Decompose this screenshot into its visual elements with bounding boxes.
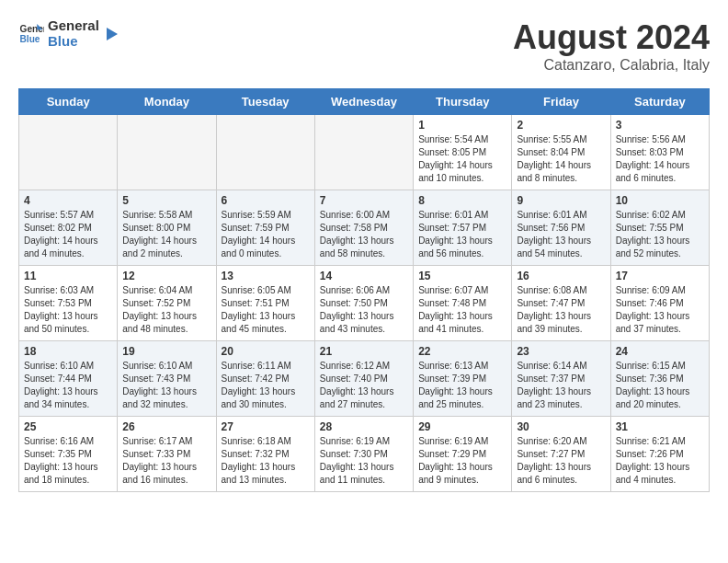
day-number: 5 [122, 194, 210, 207]
day-cell-8: 8Sunrise: 6:01 AMSunset: 7:57 PMDaylight… [414, 190, 512, 266]
day-info: Sunrise: 6:14 AMSunset: 7:37 PMDaylight:… [517, 360, 605, 411]
day-cell-3: 3Sunrise: 5:56 AMSunset: 8:03 PMDaylight… [610, 115, 709, 190]
day-cell-empty [216, 115, 314, 190]
day-number: 17 [616, 270, 704, 282]
day-number: 23 [517, 345, 605, 358]
days-header-row: Sunday Monday Tuesday Wednesday Thursday… [19, 89, 710, 115]
day-number: 22 [418, 345, 506, 358]
day-info: Sunrise: 5:57 AMSunset: 8:02 PMDaylight:… [24, 209, 112, 260]
day-number: 2 [517, 119, 605, 132]
day-cell-11: 11Sunrise: 6:03 AMSunset: 7:53 PMDayligh… [19, 266, 118, 341]
day-cell-16: 16Sunrise: 6:08 AMSunset: 7:47 PMDayligh… [512, 266, 610, 341]
day-info: Sunrise: 6:13 AMSunset: 7:39 PMDaylight:… [418, 360, 506, 411]
day-number: 25 [24, 420, 112, 433]
day-info: Sunrise: 6:18 AMSunset: 7:32 PMDaylight:… [222, 435, 310, 487]
day-cell-empty [314, 115, 413, 190]
day-number: 9 [517, 194, 605, 207]
location-subtitle: Catanzaro, Calabria, Italy [513, 57, 710, 74]
day-info: Sunrise: 5:56 AMSunset: 8:03 PMDaylight:… [616, 133, 704, 185]
day-cell-19: 19Sunrise: 6:10 AMSunset: 7:43 PMDayligh… [118, 341, 216, 417]
day-info: Sunrise: 6:03 AMSunset: 7:53 PMDaylight:… [24, 284, 112, 336]
day-cell-25: 25Sunrise: 6:16 AMSunset: 7:35 PMDayligh… [19, 417, 118, 492]
header-tuesday: Tuesday [216, 89, 314, 115]
day-info: Sunrise: 5:58 AMSunset: 8:00 PMDaylight:… [122, 209, 210, 260]
week-row-2: 4Sunrise: 5:57 AMSunset: 8:02 PMDaylight… [19, 190, 710, 266]
day-info: Sunrise: 6:21 AMSunset: 7:26 PMDaylight:… [616, 435, 704, 487]
day-info: Sunrise: 5:59 AMSunset: 7:59 PMDaylight:… [222, 209, 310, 260]
day-info: Sunrise: 6:15 AMSunset: 7:36 PMDaylight:… [616, 360, 704, 411]
svg-marker-3 [107, 28, 118, 40]
day-cell-18: 18Sunrise: 6:10 AMSunset: 7:44 PMDayligh… [19, 341, 118, 417]
day-number: 14 [320, 270, 408, 282]
header-sunday: Sunday [19, 89, 118, 115]
day-cell-6: 6Sunrise: 5:59 AMSunset: 7:59 PMDaylight… [216, 190, 314, 266]
day-number: 13 [222, 270, 310, 282]
day-cell-30: 30Sunrise: 6:20 AMSunset: 7:27 PMDayligh… [512, 417, 610, 492]
day-info: Sunrise: 6:19 AMSunset: 7:29 PMDaylight:… [418, 435, 506, 487]
day-number: 27 [222, 420, 310, 433]
day-info: Sunrise: 6:00 AMSunset: 7:58 PMDaylight:… [320, 209, 408, 260]
day-info: Sunrise: 6:16 AMSunset: 7:35 PMDaylight:… [24, 435, 112, 487]
day-info: Sunrise: 6:12 AMSunset: 7:40 PMDaylight:… [320, 360, 408, 411]
day-cell-27: 27Sunrise: 6:18 AMSunset: 7:32 PMDayligh… [216, 417, 314, 492]
day-cell-24: 24Sunrise: 6:15 AMSunset: 7:36 PMDayligh… [610, 341, 709, 417]
week-row-3: 11Sunrise: 6:03 AMSunset: 7:53 PMDayligh… [19, 266, 710, 341]
day-cell-empty [19, 115, 118, 190]
header-saturday: Saturday [610, 89, 709, 115]
svg-text:Blue: Blue [20, 34, 40, 44]
header-thursday: Thursday [414, 89, 512, 115]
day-cell-22: 22Sunrise: 6:13 AMSunset: 7:39 PMDayligh… [414, 341, 512, 417]
day-number: 1 [418, 119, 506, 132]
day-number: 29 [418, 420, 506, 433]
day-info: Sunrise: 6:20 AMSunset: 7:27 PMDaylight:… [517, 435, 605, 487]
day-number: 11 [24, 270, 112, 282]
day-cell-2: 2Sunrise: 5:55 AMSunset: 8:04 PMDaylight… [512, 115, 610, 190]
logo-blue-text: Blue [48, 34, 99, 50]
day-number: 8 [418, 194, 506, 207]
day-cell-12: 12Sunrise: 6:04 AMSunset: 7:52 PMDayligh… [118, 266, 216, 341]
day-info: Sunrise: 6:10 AMSunset: 7:44 PMDaylight:… [24, 360, 112, 411]
day-cell-15: 15Sunrise: 6:07 AMSunset: 7:48 PMDayligh… [414, 266, 512, 341]
day-cell-10: 10Sunrise: 6:02 AMSunset: 7:55 PMDayligh… [610, 190, 709, 266]
day-number: 20 [222, 345, 310, 358]
day-cell-empty [118, 115, 216, 190]
week-row-4: 18Sunrise: 6:10 AMSunset: 7:44 PMDayligh… [19, 341, 710, 417]
day-number: 24 [616, 345, 704, 358]
day-number: 12 [122, 270, 210, 282]
day-info: Sunrise: 6:07 AMSunset: 7:48 PMDaylight:… [418, 284, 506, 336]
day-number: 21 [320, 345, 408, 358]
day-cell-17: 17Sunrise: 6:09 AMSunset: 7:46 PMDayligh… [610, 266, 709, 341]
day-cell-13: 13Sunrise: 6:05 AMSunset: 7:51 PMDayligh… [216, 266, 314, 341]
day-info: Sunrise: 6:06 AMSunset: 7:50 PMDaylight:… [320, 284, 408, 336]
calendar-table: Sunday Monday Tuesday Wednesday Thursday… [18, 88, 710, 492]
day-number: 18 [24, 345, 112, 358]
day-info: Sunrise: 6:01 AMSunset: 7:56 PMDaylight:… [517, 209, 605, 260]
day-number: 7 [320, 194, 408, 207]
day-info: Sunrise: 6:19 AMSunset: 7:30 PMDaylight:… [320, 435, 408, 487]
logo: General Blue General Blue [18, 18, 119, 49]
day-number: 10 [616, 194, 704, 207]
day-cell-31: 31Sunrise: 6:21 AMSunset: 7:26 PMDayligh… [610, 417, 709, 492]
day-number: 19 [122, 345, 210, 358]
day-info: Sunrise: 6:05 AMSunset: 7:51 PMDaylight:… [222, 284, 310, 336]
day-cell-23: 23Sunrise: 6:14 AMSunset: 7:37 PMDayligh… [512, 341, 610, 417]
day-cell-29: 29Sunrise: 6:19 AMSunset: 7:29 PMDayligh… [414, 417, 512, 492]
title-block: August 2024 Catanzaro, Calabria, Italy [513, 18, 710, 74]
week-row-1: 1Sunrise: 5:54 AMSunset: 8:05 PMDaylight… [19, 115, 710, 190]
header-wednesday: Wednesday [314, 89, 413, 115]
day-info: Sunrise: 6:10 AMSunset: 7:43 PMDaylight:… [122, 360, 210, 411]
day-number: 16 [517, 270, 605, 282]
day-cell-4: 4Sunrise: 5:57 AMSunset: 8:02 PMDaylight… [19, 190, 118, 266]
header-friday: Friday [512, 89, 610, 115]
day-info: Sunrise: 6:04 AMSunset: 7:52 PMDaylight:… [122, 284, 210, 336]
day-cell-9: 9Sunrise: 6:01 AMSunset: 7:56 PMDaylight… [512, 190, 610, 266]
day-number: 3 [616, 119, 704, 132]
day-cell-5: 5Sunrise: 5:58 AMSunset: 8:00 PMDaylight… [118, 190, 216, 266]
logo-general-text: General [48, 18, 99, 34]
day-info: Sunrise: 6:02 AMSunset: 7:55 PMDaylight:… [616, 209, 704, 260]
logo-triangle-icon [103, 26, 119, 42]
day-cell-26: 26Sunrise: 6:17 AMSunset: 7:33 PMDayligh… [118, 417, 216, 492]
day-cell-21: 21Sunrise: 6:12 AMSunset: 7:40 PMDayligh… [314, 341, 413, 417]
day-cell-7: 7Sunrise: 6:00 AMSunset: 7:58 PMDaylight… [314, 190, 413, 266]
page-header: General Blue General Blue August 2024 Ca… [18, 18, 710, 74]
